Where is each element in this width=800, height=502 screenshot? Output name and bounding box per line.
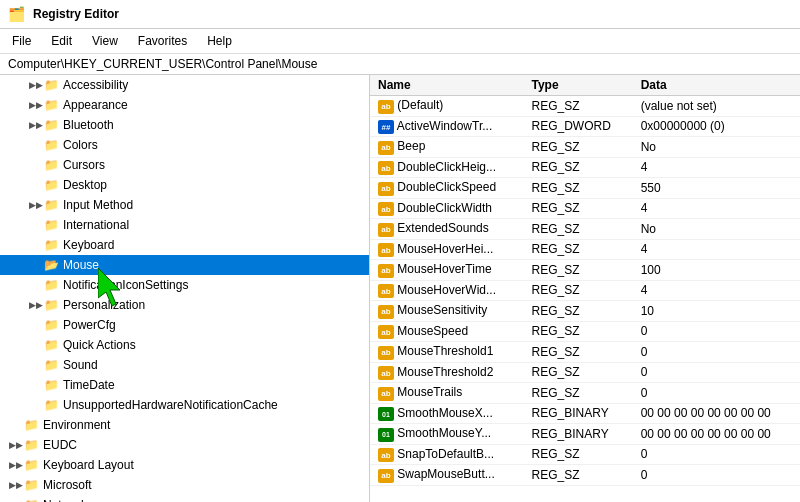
table-row[interactable]: 01 SmoothMouseX...REG_BINARY00 00 00 00 … [370,403,800,424]
folder-icon-accessibility: 📁 [44,78,59,92]
tree-item-personalization[interactable]: ▶📁Personalization [0,295,369,315]
tree-label-bluetooth: Bluetooth [63,118,114,132]
tree-item-desktop[interactable]: 📁Desktop [0,175,369,195]
cell-name: ab (Default) [370,96,524,117]
table-row[interactable]: ab MouseThreshold2REG_SZ0 [370,362,800,383]
tree-arrow-network[interactable]: ▶ [8,497,24,502]
reg-icon: ab [378,161,394,175]
tree-item-bluetooth[interactable]: ▶📁Bluetooth [0,115,369,135]
cell-name: ab MouseHoverTime [370,260,524,281]
cell-data: 4 [633,157,800,178]
folder-icon-cursors: 📁 [44,158,59,172]
tree-label-unsupported: UnsupportedHardwareNotificationCache [63,398,278,412]
cell-data: No [633,137,800,158]
reg-icon: 01 [378,428,394,442]
cell-name: ab MouseThreshold2 [370,362,524,383]
cell-data: 4 [633,198,800,219]
cell-name: 01 SmoothMouseX... [370,403,524,424]
cell-data: (value not set) [633,96,800,117]
menu-item-help[interactable]: Help [199,31,240,51]
cell-name: ab Beep [370,137,524,158]
menu-item-edit[interactable]: Edit [43,31,80,51]
tree-item-colors[interactable]: 📁Colors [0,135,369,155]
table-row[interactable]: ab DoubleClickWidthREG_SZ4 [370,198,800,219]
cell-type: REG_SZ [524,137,633,158]
tree-item-notificationIconSettings[interactable]: 📁NotificationIconSettings [0,275,369,295]
tree-item-environment[interactable]: 📁Environment [0,415,369,435]
tree-label-accessibility: Accessibility [63,78,128,92]
reg-icon: ab [378,223,394,237]
cell-data: 00 00 00 00 00 00 00 00 [633,403,800,424]
menu-item-file[interactable]: File [4,31,39,51]
cell-name: ab DoubleClickWidth [370,198,524,219]
folder-icon-microsoft: 📁 [24,478,39,492]
registry-panel: Name Type Data ab (Default)REG_SZ(value … [370,75,800,502]
folder-icon-powercfg: 📁 [44,318,59,332]
cell-name: ab DoubleClickSpeed [370,178,524,199]
tree-label-mouse: Mouse [63,258,99,272]
table-row[interactable]: ab MouseHoverWid...REG_SZ4 [370,280,800,301]
folder-icon-desktop: 📁 [44,178,59,192]
tree-arrow-keyboardLayout[interactable]: ▶ [8,457,24,473]
folder-icon-keyboard: 📁 [44,238,59,252]
table-row[interactable]: ab MouseHoverTimeREG_SZ100 [370,260,800,281]
menu-bar: FileEditViewFavoritesHelp [0,29,800,54]
tree-item-appearance[interactable]: ▶📁Appearance [0,95,369,115]
tree-item-sound[interactable]: 📁Sound [0,355,369,375]
tree-item-international[interactable]: 📁International [0,215,369,235]
col-data: Data [633,75,800,96]
table-row[interactable]: ab BeepREG_SZNo [370,137,800,158]
tree-item-quickActions[interactable]: 📁Quick Actions [0,335,369,355]
table-row[interactable]: ab (Default)REG_SZ(value not set) [370,96,800,117]
reg-icon: ab [378,182,394,196]
menu-item-view[interactable]: View [84,31,126,51]
tree-arrow-personalization[interactable]: ▶ [28,297,44,313]
table-row[interactable]: ab MouseSpeedREG_SZ0 [370,321,800,342]
tree-arrow-eudc[interactable]: ▶ [8,437,24,453]
table-row[interactable]: 01 SmoothMouseY...REG_BINARY00 00 00 00 … [370,424,800,445]
cell-data: 100 [633,260,800,281]
table-row[interactable]: ab MouseSensitivityREG_SZ10 [370,301,800,322]
tree-arrow-bluetooth[interactable]: ▶ [28,117,44,133]
table-row[interactable]: ab MouseThreshold1REG_SZ0 [370,342,800,363]
tree-item-keyboard[interactable]: 📁Keyboard [0,235,369,255]
table-row[interactable]: ab SnapToDefaultB...REG_SZ0 [370,444,800,465]
tree-item-timeDate[interactable]: 📁TimeDate [0,375,369,395]
table-row[interactable]: ab DoubleClickSpeedREG_SZ550 [370,178,800,199]
folder-icon-unsupported: 📁 [44,398,59,412]
cell-name: ab MouseSensitivity [370,301,524,322]
tree-item-inputmethod[interactable]: ▶📁Input Method [0,195,369,215]
tree-item-powercfg[interactable]: 📁PowerCfg [0,315,369,335]
tree-item-network[interactable]: ▶📁Network [0,495,369,502]
table-row[interactable]: ab DoubleClickHeig...REG_SZ4 [370,157,800,178]
cell-type: REG_SZ [524,178,633,199]
folder-icon-quickActions: 📁 [44,338,59,352]
folder-icon-eudc: 📁 [24,438,39,452]
tree-arrow-inputmethod[interactable]: ▶ [28,197,44,213]
tree-item-keyboardLayout[interactable]: ▶📁Keyboard Layout [0,455,369,475]
app-title: Registry Editor [33,7,119,21]
tree-item-accessibility[interactable]: ▶📁Accessibility [0,75,369,95]
tree-item-eudc[interactable]: ▶📁EUDC [0,435,369,455]
table-row[interactable]: ## ActiveWindowTr...REG_DWORD0x00000000 … [370,116,800,137]
cell-name: ab SwapMouseButt... [370,465,524,486]
tree-arrow-microsoft[interactable]: ▶ [8,477,24,493]
cell-type: REG_SZ [524,157,633,178]
reg-icon: ab [378,325,394,339]
cell-data: 0 [633,444,800,465]
table-row[interactable]: ab MouseHoverHei...REG_SZ4 [370,239,800,260]
table-row[interactable]: ab ExtendedSoundsREG_SZNo [370,219,800,240]
tree-item-mouse[interactable]: 📂Mouse [0,255,369,275]
cell-name: ab SnapToDefaultB... [370,444,524,465]
tree-label-cursors: Cursors [63,158,105,172]
tree-arrow-appearance[interactable]: ▶ [28,97,44,113]
tree-item-unsupported[interactable]: 📁UnsupportedHardwareNotificationCache [0,395,369,415]
folder-icon-timeDate: 📁 [44,378,59,392]
tree-label-colors: Colors [63,138,98,152]
table-row[interactable]: ab MouseTrailsREG_SZ0 [370,383,800,404]
tree-item-microsoft[interactable]: ▶📁Microsoft [0,475,369,495]
tree-item-cursors[interactable]: 📁Cursors [0,155,369,175]
menu-item-favorites[interactable]: Favorites [130,31,195,51]
table-row[interactable]: ab SwapMouseButt...REG_SZ0 [370,465,800,486]
tree-arrow-accessibility[interactable]: ▶ [28,77,44,93]
